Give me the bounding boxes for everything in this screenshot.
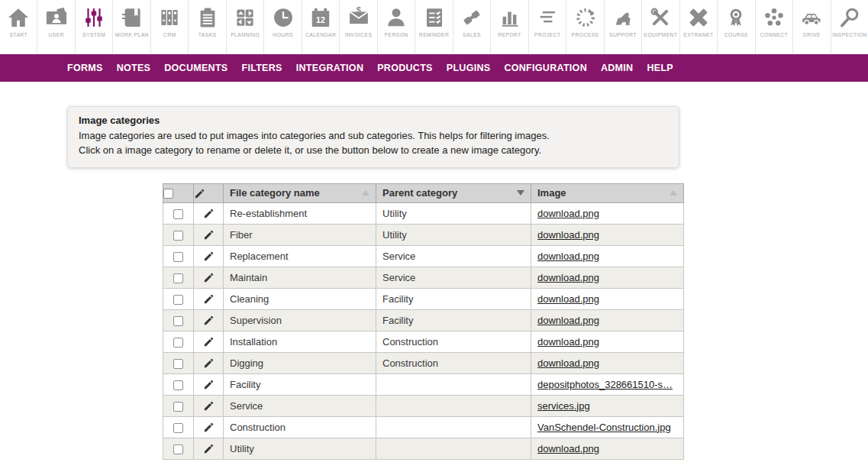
toolbar-item-hours[interactable]: HOURS [264,0,302,54]
edit-pencil-icon[interactable] [203,293,215,304]
image-link[interactable]: download.png [537,229,677,241]
toolbar-item-extranet[interactable]: EXTRANET [680,0,718,54]
row-checkbox[interactable] [173,445,183,454]
row-checkbox[interactable] [173,423,183,433]
info-box-title: Image categories [79,114,668,128]
row-checkbox[interactable] [173,380,183,390]
toolbar-item-tasks[interactable]: TASKS [189,0,226,54]
edit-pencil-icon[interactable] [203,271,215,283]
menu-item-forms[interactable]: FORMS [67,63,103,73]
image-link[interactable]: download.png [537,315,677,326]
parent-category-cell [376,373,531,395]
menu-item-help[interactable]: HELP [647,63,673,73]
table-row: MaintainServicedownload.png [163,267,684,288]
toolbar-item-sales[interactable]: SALES [453,0,491,54]
row-checkbox[interactable] [173,338,183,348]
magnifier-icon [838,5,861,30]
header-parent-category[interactable]: Parent category [376,183,531,202]
image-link[interactable]: VanSchendel-Construction.jpg [537,422,677,433]
toolbar-item-support[interactable]: SUPPORT [605,0,642,54]
file-category-name-cell[interactable]: Maintain [224,267,376,288]
file-category-name-cell[interactable]: Facility [224,373,376,395]
image-link[interactable]: download.png [537,293,677,305]
toolbar-item-work-plan[interactable]: WORK PLAN [113,0,150,54]
toolbar-item-planning[interactable]: PLANNING [227,0,264,54]
menu-item-admin[interactable]: ADMIN [601,63,633,73]
edit-pencil-icon[interactable] [203,314,215,325]
toolbar-item-course[interactable]: COURSE [718,0,755,54]
toolbar-item-calendar[interactable]: CALENDAR [302,0,340,54]
edit-pencil-icon[interactable] [203,335,215,347]
menu-item-plugins[interactable]: PLUGINS [447,63,491,73]
image-link[interactable]: download.png [537,272,677,283]
toolbar-item-crm[interactable]: CRM [151,0,189,54]
toolbar-item-process[interactable]: PROCESS [566,0,604,54]
toolbar-item-report[interactable]: REPORT [491,0,528,54]
edit-pencil-icon[interactable] [203,228,215,240]
toolbar-item-equipment[interactable]: EQUIPMENT [642,0,679,54]
image-link[interactable]: download.png [537,443,677,454]
row-checkbox[interactable] [173,316,183,326]
toolbar-item-system[interactable]: SYSTEM [76,0,113,54]
edit-pencil-icon[interactable] [203,207,215,218]
image-link[interactable]: services.jpg [537,400,677,412]
file-category-name-cell[interactable]: Re-establishment [224,202,376,224]
header-image[interactable]: Image [531,183,684,202]
menu-item-configuration[interactable]: CONFIGURATION [504,63,587,73]
toolbar-item-connect[interactable]: CONNECT [756,0,793,54]
handshake-icon [460,5,483,30]
image-link[interactable]: depositphotos_328661510-s… [537,379,677,390]
menu-item-notes[interactable]: NOTES [117,63,151,73]
file-category-name-cell[interactable]: Service [224,395,376,416]
toolbar-item-label: TASKS [198,32,217,37]
network-icon [763,5,786,30]
menu-item-products[interactable]: PRODUCTS [377,63,433,73]
header-file-category-name[interactable]: File category name [224,183,376,202]
toolbar-item-project[interactable]: PROJECT [529,0,566,54]
file-category-name-cell[interactable]: Fiber [224,224,376,245]
edit-pencil-icon[interactable] [203,378,215,390]
select-all-checkbox[interactable] [163,189,173,199]
edit-pencil-icon[interactable] [203,442,215,454]
menu-item-filters[interactable]: FILTERS [241,63,282,73]
toolbar-item-start[interactable]: START [0,0,37,54]
file-category-name-cell[interactable]: Installation [224,331,376,352]
row-checkbox[interactable] [173,295,183,305]
toolbar-item-drive[interactable]: DRIVE [793,0,831,54]
image-cell: depositphotos_328661510-s… [531,373,684,395]
image-link[interactable]: download.png [537,357,677,369]
row-checkbox[interactable] [173,231,183,241]
table-row: Utilitydownload.png [163,438,684,459]
row-checkbox[interactable] [173,209,183,219]
file-category-name-cell[interactable]: Utility [224,438,376,459]
image-link[interactable]: download.png [537,336,677,348]
toolbar-item-reminder[interactable]: REMINDER [415,0,453,54]
toolbar-item-label: PROJECT [534,32,561,37]
user-badge-icon [45,5,68,30]
file-category-name-cell[interactable]: Replacement [224,245,376,267]
file-category-name-cell[interactable]: Cleaning [224,288,376,309]
edit-pencil-icon[interactable] [203,250,215,261]
row-checkbox[interactable] [173,252,183,262]
file-category-name-cell[interactable]: Digging [224,352,376,373]
menu-item-documents[interactable]: DOCUMENTS [164,63,227,73]
image-link[interactable]: download.png [537,208,677,219]
edit-pencil-icon[interactable] [203,399,215,411]
row-checkbox[interactable] [173,402,183,412]
toolbar-item-invoices[interactable]: INVOICES [340,0,377,54]
edit-pencil-icon[interactable] [203,357,215,368]
file-category-name-cell[interactable]: Construction [224,416,376,438]
image-cell: services.jpg [531,395,684,416]
file-category-name-cell[interactable]: Supervision [224,309,376,331]
table-header-row: File category name Parent category Image [163,183,684,202]
row-checkbox[interactable] [173,359,183,369]
toolbar-item-person[interactable]: PERSON [378,0,415,54]
toolbar-item-user[interactable]: USER [37,0,75,54]
clock-icon [272,5,295,30]
menu-item-integration[interactable]: INTEGRATION [296,63,363,73]
image-link[interactable]: download.png [537,251,677,262]
row-checkbox[interactable] [173,273,183,283]
select-all-header[interactable] [163,183,194,202]
edit-pencil-icon[interactable] [203,421,215,432]
toolbar-item-inspection[interactable]: INSPECTION [831,0,868,54]
